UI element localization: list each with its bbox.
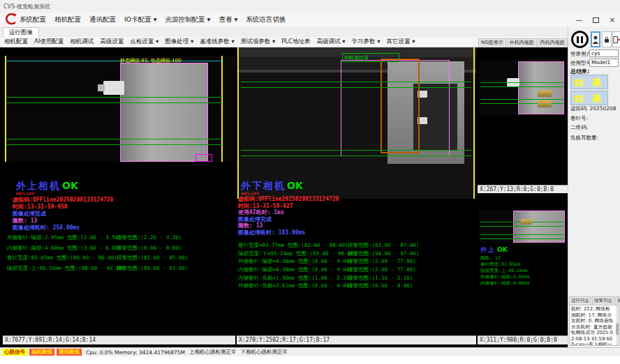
middle-result-ok: OK [287,180,303,191]
toolbar-item[interactable]: PLC地址表 [281,38,310,46]
middle-camera-image[interactable]: AI检测区域 [237,47,476,199]
lock-button[interactable] [602,31,612,47]
measurement-row: 内侧卷针-隔膜=4.38mm 范围:(0.00 - 9.00)报警范围:(2.0… [238,266,357,275]
status-badge: 相机断线 [29,349,54,356]
window-title: CVS-视觉检测系统 [3,3,50,10]
right-view-tab[interactable]: 外机内视图 [507,38,537,47]
inner-view-image[interactable] [479,209,566,243]
left-camera-image[interactable]: 静态阈值:93, 动态阈值:100 [3,56,235,162]
measurement-alarm: 报警范围:(2.20 - 3.20) [117,234,182,241]
right-view-tab[interactable]: 内机内视图 [538,38,568,47]
measurement-value: 外侧卷针-隔膜=4.38mm 范围:(0.00 - 9.00) [238,258,353,264]
virtual-code-value: 20250208 [589,105,616,112]
right-view-tab[interactable]: NG图显示 [478,38,506,47]
virtual-code-label: 虚拟码: [570,105,588,112]
measurement-row: 隔膜宽度-下=95.24mm 范围:(93.00 - 98.00)报警范围:(9… [238,250,357,259]
log-scrollbar[interactable] [616,305,619,345]
overlay-green-line [241,150,471,151]
overlay-green-line [7,139,222,139]
log-tab[interactable]: 运行日志 [569,296,591,305]
maximize-button[interactable] [589,15,602,25]
scrollbar-thumb[interactable] [616,324,619,335]
middle-info-lines: 虚拟码:OFFline20250208133124728时间:13-31-59-… [238,196,339,236]
virtual-code-row: 虚拟码: 20250208 [570,105,617,112]
measurement-alarm: 报警范围:(81.00 - 85.00) [117,255,188,261]
minimize-button[interactable]: — [573,15,585,25]
tab-count-label: 负极耳数量: [570,135,598,142]
pause-button[interactable] [571,31,589,48]
ng-view-pixel-status: X:267;Y:13;R:0;G:0;B:0 [478,185,568,193]
inner-view-line: 圈数: 13 [480,255,529,261]
toolbar-item[interactable]: 学习参数 ▾ [351,38,380,46]
left-pixel-status: X:7677;Y:891;R:14;G:14;B:14 [3,335,235,344]
info-line: 图像处理完成 [238,216,339,223]
info-line: 虚拟码:OFFline20250208133124728 [13,197,113,204]
measurement-row: 内侧卷针-负极=1.90mm 范围:(1.00 - 2.20)报警范围:(1.1… [238,275,357,283]
log-tab[interactable]: 报警日志 [592,296,614,305]
left-result-ok: OK [62,180,78,191]
left-info-lines: 虚拟码:OFFline20250208133124728时间:13-31-59-… [13,197,113,232]
overlay-yline-right [473,47,475,199]
log-tab[interactable]: 操作日志 [615,296,620,305]
login-user-input[interactable]: cys [589,50,619,57]
exit-button[interactable] [612,31,620,47]
toolbar-item[interactable]: 测试项参数 ▾ [241,38,275,46]
measurement-row: 外侧卷针-隔膜=4.38mm 范围:(0.00 - 9.00)报警范围:(2.0… [238,258,357,266]
status-badge: 心跳信号 [2,349,27,356]
pause-icon [581,36,583,43]
toolbar-item[interactable]: AI使用配置 [34,38,64,46]
separator-film-region [120,63,208,162]
measurement-value: 隔膜宽度-上:90.56mm 范围:(88.00 - 92.00) [7,265,126,271]
toolbar-item[interactable]: 相机配置 [4,38,28,46]
measurement-alarm: 报警范围:(2.00 - 77.00) [348,258,416,265]
measurement-row: 外侧卷针-负极=2.61mm 范围:(0.60 - 4.00)报警范围:(0.6… [238,282,357,291]
toolbar-item[interactable]: 基准线参数 ▾ [200,38,234,46]
left-mes-status: MES:OFF [16,191,34,196]
info-line: 图像处理完成 [13,211,113,218]
menu-item[interactable]: 查看 ▾ [219,15,237,24]
measurement-alarm: 报警范围:(83.00 - 87.00) [348,242,419,249]
inner-view-line: 内侧卷针-隔膜:4.60mm [480,280,529,287]
toolbar-item[interactable]: 图像处理 ▾ [165,38,193,46]
connector-part [103,81,124,95]
log-text-area[interactable]: 耗时: 222, 网络检测耗时: 17, 网络分发耗时: 0, 网络获取分发耗时… [569,305,619,346]
menu-item[interactable]: 通讯配置 [89,15,116,24]
toolbar-item[interactable]: 高级调试 ▾ [317,38,346,46]
ng-view-image[interactable] [479,59,566,115]
info-line: 时间:13-31-59-627 [238,203,339,210]
menu-item[interactable]: 光源控制配置 ▾ [165,15,211,24]
measurement-alarm: 报警范围:(0.00 - 8.00) [117,245,182,252]
toolbar-item[interactable]: 其它设置 ▾ [386,38,415,46]
menu-item[interactable]: 系统语言切换 [246,15,286,24]
tab-run-image[interactable]: 运行图像 [3,27,39,37]
menu-items: 系统配置相机配置通讯配置IO卡配置 ▾光源控制配置 ▾查看 ▾系统语言切换 [20,13,286,26]
status-badges: 心跳信号相机断线通讯断线 [2,349,82,356]
user-login-button[interactable] [591,31,600,47]
inner-view-camera-label: 外上 [480,246,496,253]
measurement-alarm: 报警范围:(2.00 - 77.00) [348,266,416,273]
menu-item[interactable]: 系统配置 [20,15,46,24]
pause-icon [577,36,579,43]
overlay-cyan-line [6,61,223,61]
menu-item[interactable]: IO卡配置 ▾ [124,15,157,24]
window-controls: — × [573,13,619,26]
close-button[interactable]: × [606,15,619,25]
inner-view-line: 隔膜宽度-上:90.56mm [480,268,529,274]
overlay-orange-rect [381,59,420,153]
toolbar-item[interactable]: 相机调试 [70,38,94,46]
overlay-yline-left [237,47,239,199]
inner-view-line: 卷针宽度:83.05mm [480,261,529,268]
middle-camera-label: 外下相机 [241,180,286,191]
overlay-yline-left [5,56,6,162]
overlay-green-line [480,238,564,239]
middle-mes-status: MES:OFF [241,191,259,196]
middle-measurements: 卷针宽度=83.77mm 范围:(82.00 - 88.00)报警范围:(83.… [238,242,357,291]
model-select[interactable]: Model1 [589,59,619,67]
overlay-green-line [7,144,222,145]
measurement-row: 隔膜宽度-上:90.56mm 范围:(88.00 - 92.00)报警范围:(8… [7,265,126,275]
toolbar-item[interactable]: 点检设置 ▾ [130,38,158,46]
toolbar-item[interactable]: 高级设置 [100,38,124,46]
measurement-row: 卷针宽度:83.05mm 范围:(80.00 - 86.00)报警范围:(81.… [7,255,126,265]
menu-item[interactable]: 相机配置 [54,15,81,24]
info-line: 图像处理耗时: 183.00ms [238,229,339,236]
